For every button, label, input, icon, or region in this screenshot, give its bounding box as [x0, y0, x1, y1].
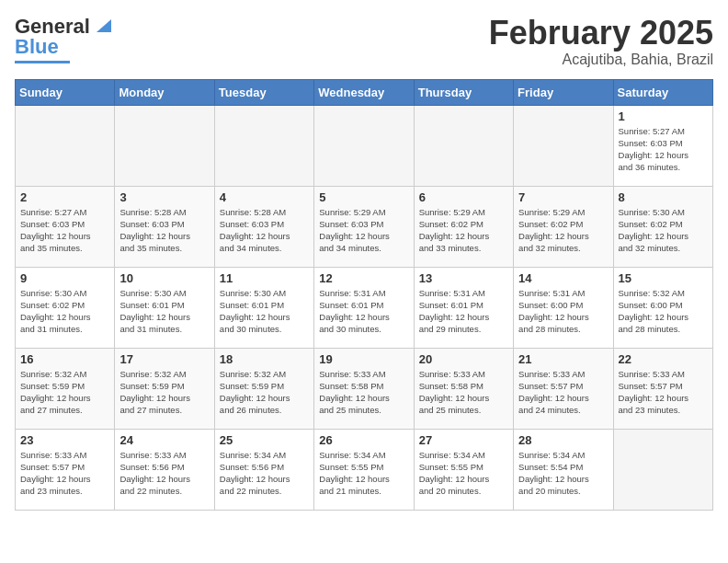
day-info: Sunrise: 5:29 AM Sunset: 6:03 PM Dayligh…	[319, 206, 408, 255]
week-row-1: 2Sunrise: 5:27 AM Sunset: 6:03 PM Daylig…	[16, 186, 713, 267]
calendar-cell: 20Sunrise: 5:33 AM Sunset: 5:58 PM Dayli…	[414, 348, 513, 429]
day-header-sunday: Sunday	[16, 79, 115, 105]
day-info: Sunrise: 5:29 AM Sunset: 6:02 PM Dayligh…	[518, 206, 608, 255]
day-number: 18	[220, 352, 309, 366]
day-number: 19	[319, 352, 408, 366]
day-number: 6	[419, 190, 508, 204]
day-number: 13	[419, 271, 508, 285]
day-number: 15	[619, 271, 708, 285]
calendar-cell: 2Sunrise: 5:27 AM Sunset: 6:03 PM Daylig…	[16, 186, 115, 267]
calendar-cell: 15Sunrise: 5:32 AM Sunset: 6:00 PM Dayli…	[613, 267, 712, 348]
calendar-cell: 22Sunrise: 5:33 AM Sunset: 5:57 PM Dayli…	[613, 348, 712, 429]
day-header-wednesday: Wednesday	[314, 79, 414, 105]
calendar-cell	[16, 105, 115, 186]
day-number: 1	[619, 109, 708, 123]
day-info: Sunrise: 5:33 AM Sunset: 5:56 PM Dayligh…	[119, 449, 209, 498]
day-info: Sunrise: 5:31 AM Sunset: 6:01 PM Dayligh…	[419, 287, 508, 336]
calendar-cell: 11Sunrise: 5:30 AM Sunset: 6:01 PM Dayli…	[214, 267, 313, 348]
day-number: 8	[619, 190, 708, 204]
calendar-cell	[414, 105, 513, 186]
day-info: Sunrise: 5:31 AM Sunset: 6:00 PM Dayligh…	[518, 287, 608, 336]
calendar-cell: 21Sunrise: 5:33 AM Sunset: 5:57 PM Dayli…	[514, 348, 613, 429]
calendar-cell	[613, 429, 712, 510]
calendar-cell: 27Sunrise: 5:34 AM Sunset: 5:55 PM Dayli…	[414, 429, 513, 510]
day-number: 5	[319, 190, 408, 204]
day-info: Sunrise: 5:30 AM Sunset: 6:02 PM Dayligh…	[619, 206, 708, 255]
calendar-cell: 10Sunrise: 5:30 AM Sunset: 6:01 PM Dayli…	[115, 267, 214, 348]
day-header-friday: Friday	[514, 79, 613, 105]
month-year: February 2025	[489, 15, 713, 52]
calendar-cell: 16Sunrise: 5:32 AM Sunset: 5:59 PM Dayli…	[16, 348, 115, 429]
day-info: Sunrise: 5:32 AM Sunset: 6:00 PM Dayligh…	[619, 287, 708, 336]
day-info: Sunrise: 5:30 AM Sunset: 6:02 PM Dayligh…	[20, 287, 109, 336]
day-number: 22	[619, 352, 708, 366]
calendar-cell: 17Sunrise: 5:32 AM Sunset: 5:59 PM Dayli…	[115, 348, 214, 429]
day-number: 7	[518, 190, 608, 204]
day-number: 24	[119, 433, 209, 447]
day-header-saturday: Saturday	[613, 79, 712, 105]
day-info: Sunrise: 5:33 AM Sunset: 5:57 PM Dayligh…	[619, 368, 708, 417]
day-number: 10	[119, 271, 209, 285]
day-info: Sunrise: 5:32 AM Sunset: 5:59 PM Dayligh…	[20, 368, 109, 417]
calendar-cell: 5Sunrise: 5:29 AM Sunset: 6:03 PM Daylig…	[314, 186, 414, 267]
calendar-cell: 19Sunrise: 5:33 AM Sunset: 5:58 PM Dayli…	[314, 348, 414, 429]
day-info: Sunrise: 5:33 AM Sunset: 5:58 PM Dayligh…	[419, 368, 508, 417]
logo-icon	[91, 16, 111, 36]
title-block: February 2025 Acajutiba, Bahia, Brazil	[489, 15, 713, 68]
day-info: Sunrise: 5:33 AM Sunset: 5:58 PM Dayligh…	[319, 368, 408, 417]
day-info: Sunrise: 5:29 AM Sunset: 6:02 PM Dayligh…	[419, 206, 508, 255]
day-number: 3	[119, 190, 209, 204]
day-number: 23	[20, 433, 109, 447]
calendar-cell: 1Sunrise: 5:27 AM Sunset: 6:03 PM Daylig…	[613, 105, 712, 186]
day-info: Sunrise: 5:34 AM Sunset: 5:54 PM Dayligh…	[518, 449, 608, 498]
day-info: Sunrise: 5:27 AM Sunset: 6:03 PM Dayligh…	[619, 125, 708, 174]
day-info: Sunrise: 5:27 AM Sunset: 6:03 PM Dayligh…	[20, 206, 109, 255]
calendar-cell: 6Sunrise: 5:29 AM Sunset: 6:02 PM Daylig…	[414, 186, 513, 267]
week-row-2: 9Sunrise: 5:30 AM Sunset: 6:02 PM Daylig…	[16, 267, 713, 348]
calendar-cell: 12Sunrise: 5:31 AM Sunset: 6:01 PM Dayli…	[314, 267, 414, 348]
day-info: Sunrise: 5:34 AM Sunset: 5:56 PM Dayligh…	[220, 449, 309, 498]
calendar-cell: 13Sunrise: 5:31 AM Sunset: 6:01 PM Dayli…	[414, 267, 513, 348]
logo-blue-text: Blue	[15, 35, 59, 59]
calendar-table: SundayMondayTuesdayWednesdayThursdayFrid…	[15, 79, 713, 511]
day-number: 28	[518, 433, 608, 447]
calendar-cell: 7Sunrise: 5:29 AM Sunset: 6:02 PM Daylig…	[514, 186, 613, 267]
calendar-cell	[214, 105, 313, 186]
day-number: 2	[20, 190, 109, 204]
calendar-cell: 25Sunrise: 5:34 AM Sunset: 5:56 PM Dayli…	[214, 429, 313, 510]
location: Acajutiba, Bahia, Brazil	[489, 52, 713, 68]
day-header-tuesday: Tuesday	[214, 79, 313, 105]
day-number: 17	[119, 352, 209, 366]
day-number: 27	[419, 433, 508, 447]
day-info: Sunrise: 5:32 AM Sunset: 5:59 PM Dayligh…	[220, 368, 309, 417]
week-row-3: 16Sunrise: 5:32 AM Sunset: 5:59 PM Dayli…	[16, 348, 713, 429]
calendar-cell	[115, 105, 214, 186]
logo: General Blue	[15, 15, 111, 63]
logo-underline	[15, 61, 70, 63]
calendar-cell: 14Sunrise: 5:31 AM Sunset: 6:00 PM Dayli…	[514, 267, 613, 348]
calendar-cell: 4Sunrise: 5:28 AM Sunset: 6:03 PM Daylig…	[214, 186, 313, 267]
calendar-cell: 9Sunrise: 5:30 AM Sunset: 6:02 PM Daylig…	[16, 267, 115, 348]
calendar-cell: 3Sunrise: 5:28 AM Sunset: 6:03 PM Daylig…	[115, 186, 214, 267]
day-info: Sunrise: 5:34 AM Sunset: 5:55 PM Dayligh…	[419, 449, 508, 498]
day-info: Sunrise: 5:34 AM Sunset: 5:55 PM Dayligh…	[319, 449, 408, 498]
day-info: Sunrise: 5:32 AM Sunset: 5:59 PM Dayligh…	[119, 368, 209, 417]
calendar-cell: 28Sunrise: 5:34 AM Sunset: 5:54 PM Dayli…	[514, 429, 613, 510]
day-number: 14	[518, 271, 608, 285]
svg-marker-0	[97, 19, 111, 32]
calendar-cell: 26Sunrise: 5:34 AM Sunset: 5:55 PM Dayli…	[314, 429, 414, 510]
day-info: Sunrise: 5:33 AM Sunset: 5:57 PM Dayligh…	[518, 368, 608, 417]
calendar-cell	[314, 105, 414, 186]
week-row-0: 1Sunrise: 5:27 AM Sunset: 6:03 PM Daylig…	[16, 105, 713, 186]
day-number: 9	[20, 271, 109, 285]
week-row-4: 23Sunrise: 5:33 AM Sunset: 5:57 PM Dayli…	[16, 429, 713, 510]
day-number: 11	[220, 271, 309, 285]
calendar-body: 1Sunrise: 5:27 AM Sunset: 6:03 PM Daylig…	[16, 105, 713, 510]
day-number: 25	[220, 433, 309, 447]
calendar-cell: 24Sunrise: 5:33 AM Sunset: 5:56 PM Dayli…	[115, 429, 214, 510]
day-number: 16	[20, 352, 109, 366]
day-info: Sunrise: 5:30 AM Sunset: 6:01 PM Dayligh…	[119, 287, 209, 336]
calendar-cell: 23Sunrise: 5:33 AM Sunset: 5:57 PM Dayli…	[16, 429, 115, 510]
day-info: Sunrise: 5:28 AM Sunset: 6:03 PM Dayligh…	[119, 206, 209, 255]
calendar-header-row: SundayMondayTuesdayWednesdayThursdayFrid…	[16, 79, 713, 105]
